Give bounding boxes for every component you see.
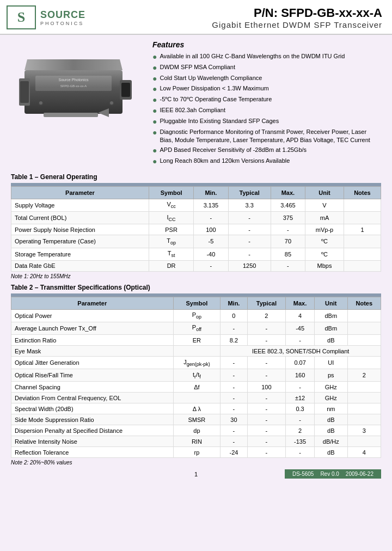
table1-wrapper: Parameter Symbol Min. Typical Max. Unit …	[11, 183, 381, 279]
logo-text: source photonics	[40, 9, 85, 26]
svg-marker-1	[24, 59, 122, 70]
table1-header-row: Parameter Symbol Min. Typical Max. Unit …	[11, 186, 381, 199]
col2-notes: Notes	[347, 297, 381, 309]
bullet-icon: ●	[152, 157, 157, 166]
feature-text: Diagnostic Performance Monitoring of Tra…	[160, 128, 381, 145]
svg-rect-8	[121, 83, 130, 97]
table-row: Dispersion Penalty at Specified Distance…	[11, 425, 381, 436]
svg-point-10	[39, 101, 42, 105]
logo-photonics-text: photonics	[40, 21, 85, 26]
bullet-icon: ●	[152, 106, 157, 115]
svg-text:Source Photonics: Source Photonics	[59, 78, 89, 82]
table-row: Supply VoltageVcc3.1353.33.465V	[11, 199, 381, 211]
features-section: Features ●Available in all 100 GHz C-Ban…	[152, 40, 381, 168]
features-title: Features	[152, 40, 381, 49]
sfp-product-svg: Source Photonics SFPD-GB-xx-xx-A	[14, 48, 139, 136]
table-row: Deviation From Central Frequency, EOL--±…	[11, 393, 381, 403]
bullet-icon: ●	[152, 117, 157, 126]
feature-text: Pluggable Into Existing Standard SFP Cag…	[160, 117, 279, 125]
feature-text: IEEE 802.3ah Compliant	[160, 106, 225, 114]
feature-text: APD Based Receiver Sensitivity of -28dBm…	[160, 146, 307, 154]
logo-box: S	[7, 5, 36, 29]
col2-max: Max.	[286, 297, 315, 309]
table2-note: Note 2: 20%~80% values	[11, 460, 381, 466]
table-row: Reflection Tolerancerp-24--dB4	[11, 447, 381, 458]
feature-item: ●Pluggable Into Existing Standard SFP Ca…	[152, 117, 381, 126]
pn-value: SFPD-GB-xx-xx-A	[281, 6, 382, 20]
table1-note: Note 1: 20Hz to 155MHz	[11, 273, 381, 279]
logo-source-text: source	[40, 9, 85, 21]
bullet-icon: ●	[152, 74, 157, 83]
col-unit: Unit	[305, 186, 344, 199]
table-row: Optical PowerPop024dBm	[11, 309, 381, 322]
table-row: Extinction RatioER8.2--dB	[11, 335, 381, 346]
footer-rev: Rev 0.0	[320, 471, 339, 477]
pn-label: P/N:	[254, 6, 281, 20]
table2-header-row: Parameter Symbol Min. Typical Max. Unit …	[11, 297, 381, 309]
product-image: Source Photonics SFPD-GB-xx-xx-A	[11, 46, 142, 138]
feature-text: -5ºC to 70ºC Operating Case Temperature	[160, 95, 272, 103]
bullet-icon: ●	[152, 52, 157, 62]
table-row: Relative Intensity NoiseRIN---135dB/Hz	[11, 436, 381, 447]
table-row: Average Launch Power Tx_OffPoff---45dBm	[11, 322, 381, 334]
table-row: Data Rate GbEDR-1250-Mbps	[11, 260, 381, 271]
col2-min: Min.	[220, 297, 247, 309]
svg-text:SFPD-GB-xx-xx-A: SFPD-GB-xx-xx-A	[60, 84, 87, 88]
col-min: Min.	[194, 186, 228, 199]
col-typical: Typical	[228, 186, 271, 199]
features-list: ●Available in all 100 GHz C-Band Wavelen…	[152, 52, 381, 166]
feature-item: ●IEEE 802.3ah Compliant	[152, 106, 381, 115]
table-row: Power Supply Noise RejectionPSR100--mVp-…	[11, 224, 381, 235]
table-row: Storage TemperatureTst-40-85ºC	[11, 248, 381, 260]
bullet-icon: ●	[152, 84, 157, 94]
table-row: Spectral Width (20dB)Δ λ--0.3nm	[11, 403, 381, 414]
header-title-area: P/N: SFPD-GB-xx-xx-A Gigabit Ethernet DW…	[212, 6, 382, 29]
feature-item: ●-5ºC to 70ºC Operating Case Temperature	[152, 95, 381, 105]
col2-unit: Unit	[314, 297, 347, 309]
feature-item: ●Long Reach 80km and 120km Versions Avai…	[152, 157, 381, 166]
bullet-icon: ●	[152, 146, 157, 155]
table1: Parameter Symbol Min. Typical Max. Unit …	[11, 186, 381, 272]
feature-text: Long Reach 80km and 120km Versions Avail…	[160, 157, 290, 165]
col2-typical: Typical	[247, 297, 286, 309]
feature-item: ●Available in all 100 GHz C-Band Wavelen…	[152, 52, 381, 62]
feature-item: ●Cold Start Up Wavelength Compliance	[152, 74, 381, 83]
table2-body: Optical PowerPop024dBmAverage Launch Pow…	[11, 309, 381, 458]
footer-bar: DS-5605 Rev 0.0 2009-06-22	[285, 469, 381, 479]
bullet-icon: ●	[152, 128, 157, 137]
col2-parameter: Parameter	[11, 297, 174, 309]
logo-area: S source photonics	[7, 5, 85, 29]
feature-text: Low Power Dissipation < 1.3W Maximum	[160, 84, 268, 93]
table2-wrapper: Parameter Symbol Min. Typical Max. Unit …	[11, 293, 381, 466]
table-row: Operating Temperature (Case)Top-5-70ºC	[11, 235, 381, 248]
page-header: S source photonics P/N: SFPD-GB-xx-xx-A …	[0, 0, 392, 35]
table2: Parameter Symbol Min. Typical Max. Unit …	[11, 297, 381, 458]
bullet-icon: ●	[152, 63, 157, 72]
table-row: Total Current (BOL)ICC--375mA	[11, 212, 381, 224]
product-subtitle: Gigabit Ethernet DWDM SFP Transceiver	[212, 20, 382, 29]
page-footer: 1 DS-5605 Rev 0.0 2009-06-22	[11, 469, 381, 479]
feature-item: ●Low Power Dissipation < 1.3W Maximum	[152, 84, 381, 94]
col-symbol: Symbol	[149, 186, 193, 199]
table-row: Eye MaskIEEE 802.3, SONET/SDH Compliant	[11, 346, 381, 357]
feature-text: DWDM SFP MSA Compliant	[160, 63, 235, 71]
table1-body: Supply VoltageVcc3.1353.33.465VTotal Cur…	[11, 199, 381, 271]
main-content: Source Photonics SFPD-GB-xx-xx-A Feature…	[0, 35, 392, 484]
feature-item: ●Diagnostic Performance Monitoring of Tr…	[152, 128, 381, 145]
feature-text: Available in all 100 GHz C-Band Waveleng…	[160, 52, 345, 60]
table2-title: Table 2 – Transmitter Specifications (Op…	[11, 284, 381, 291]
table1-title: Table 1 – General Operating	[11, 173, 381, 181]
footer-date: 2009-06-22	[346, 471, 373, 477]
table-row: Optical Jitter GenerationJgen(pk-pk)--0.…	[11, 357, 381, 369]
top-section: Source Photonics SFPD-GB-xx-xx-A Feature…	[11, 40, 381, 168]
col-notes: Notes	[344, 186, 381, 199]
logo-s-icon: S	[17, 9, 25, 26]
table-row: Optical Rise/Fall Timetr/tf--160ps2	[11, 369, 381, 382]
svg-rect-13	[44, 113, 98, 117]
svg-point-12	[110, 101, 113, 105]
col-max: Max.	[271, 186, 305, 199]
table-row: Channel SpacingΔf-100-GHz	[11, 382, 381, 393]
svg-rect-3	[20, 81, 29, 103]
col2-symbol: Symbol	[173, 297, 220, 309]
feature-text: Cold Start Up Wavelength Compliance	[160, 74, 262, 82]
